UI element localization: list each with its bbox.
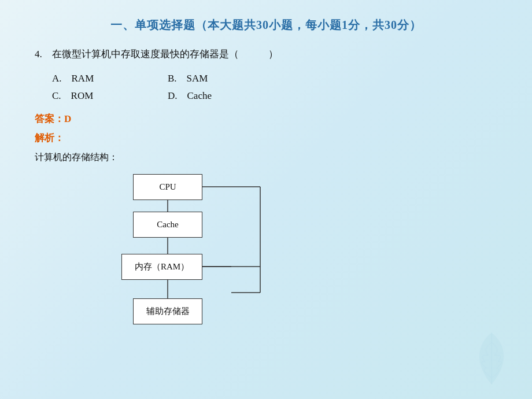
- answer-value: D: [64, 113, 71, 124]
- analysis-text: 计算机的存储结构：: [35, 152, 497, 164]
- option-d-label: D.: [168, 90, 178, 101]
- option-a-label: A.: [52, 73, 62, 84]
- cache-box: Cache: [133, 212, 202, 238]
- answer-label: 答案：: [35, 113, 64, 124]
- option-row-2: C. ROM D. Cache: [52, 90, 497, 102]
- option-b-label: B.: [168, 73, 177, 84]
- storage-diagram: CPU Cache 内存（RAM） 辅助存储器: [104, 174, 347, 336]
- aux-label: 辅助存储器: [146, 306, 190, 317]
- ram-box: 内存（RAM）: [121, 254, 202, 280]
- cpu-box: CPU: [133, 174, 202, 200]
- cpu-label: CPU: [159, 182, 176, 192]
- option-c-text: ROM: [71, 90, 94, 101]
- option-a-text: RAM: [72, 73, 94, 84]
- cache-label: Cache: [157, 220, 178, 230]
- page: 一、单项选择题（本大题共30小题，每小题1分，共30分） 4. 在微型计算机中存…: [0, 0, 532, 399]
- question-text: 在微型计算机中存取速度最快的存储器是（ ）: [52, 49, 278, 60]
- watermark-feather: [468, 330, 515, 387]
- aux-box: 辅助存储器: [133, 298, 202, 324]
- question: 4. 在微型计算机中存取速度最快的存储器是（ ）: [35, 46, 497, 64]
- section-title: 一、单项选择题（本大题共30小题，每小题1分，共30分）: [35, 17, 497, 33]
- option-b: B. SAM: [168, 73, 237, 84]
- option-a: A. RAM: [52, 73, 121, 84]
- analysis-label: 解析：: [35, 131, 497, 145]
- option-d-text: Cache: [187, 90, 212, 101]
- ram-label: 内存（RAM）: [135, 261, 189, 272]
- option-d: D. Cache: [168, 90, 237, 102]
- question-number: 4.: [35, 49, 42, 60]
- option-b-text: SAM: [187, 73, 208, 84]
- answer: 答案：D: [35, 112, 497, 125]
- option-c: C. ROM: [52, 90, 121, 102]
- option-c-label: C.: [52, 90, 61, 101]
- option-row-1: A. RAM B. SAM: [52, 73, 497, 84]
- options: A. RAM B. SAM C. ROM D. Cache: [52, 73, 497, 102]
